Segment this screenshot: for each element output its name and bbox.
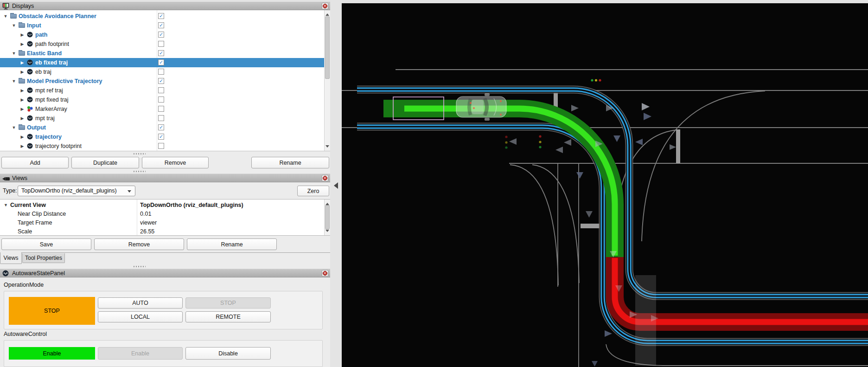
visibility-checkbox[interactable]	[158, 69, 164, 75]
scrollbar-thumb[interactable]	[325, 16, 330, 79]
table-row[interactable]: Scale 26.55	[0, 227, 324, 236]
property-value[interactable]: 26.55	[140, 228, 321, 235]
view-type-dropdown[interactable]: TopDownOrtho (rviz_default_plugins)	[18, 186, 135, 196]
table-row[interactable]: ▼ Current View TopDownOrtho (rviz_defaul…	[0, 201, 324, 210]
visibility-checkbox[interactable]	[158, 87, 164, 93]
collapse-left-icon[interactable]	[334, 182, 338, 189]
display-tree-row[interactable]: ▶trajectory footprint	[0, 142, 324, 151]
3d-scene-canvas[interactable]	[342, 0, 868, 367]
property-value[interactable]: 0.01	[140, 211, 321, 218]
display-tree-row[interactable]: ▶trajectory✓	[0, 132, 324, 142]
visibility-checkbox[interactable]	[158, 97, 164, 103]
visibility-checkbox[interactable]	[158, 106, 164, 112]
remote-button[interactable]: REMOTE	[185, 311, 271, 322]
scroll-up-icon[interactable]	[326, 201, 329, 205]
visibility-checkbox[interactable]	[158, 115, 164, 121]
dock-splitter[interactable]	[330, 0, 342, 367]
disable-button[interactable]: Disable	[185, 347, 271, 360]
folder-icon	[19, 23, 25, 28]
visibility-checkbox[interactable]: ✓	[158, 78, 164, 84]
views-panel-header[interactable]: Views ✕	[0, 174, 330, 182]
render-viewport[interactable]	[342, 0, 868, 367]
tab-views[interactable]: Views	[0, 252, 22, 264]
remove-button[interactable]: Remove	[142, 157, 209, 168]
operation-mode-state-button[interactable]: STOP	[9, 297, 95, 325]
table-row[interactable]: Near Clip Distance 0.01	[0, 210, 324, 219]
rename-view-button[interactable]: Rename	[187, 238, 277, 250]
add-button[interactable]: Add	[1, 157, 69, 168]
display-tree[interactable]: ▼Obstacle Avoidance Planner✓▼Input✓▶path…	[0, 10, 330, 151]
save-button[interactable]: Save	[1, 238, 91, 250]
duplicate-button[interactable]: Duplicate	[71, 157, 139, 168]
visibility-checkbox[interactable]: ✓	[158, 32, 164, 38]
expand-icon[interactable]: ▶	[19, 134, 25, 140]
property-value[interactable]: viewer	[140, 219, 321, 226]
splitter-dots[interactable]	[134, 171, 146, 172]
rename-button[interactable]: Rename	[251, 157, 329, 168]
mirror-right	[485, 118, 490, 121]
expand-icon[interactable]: ▶	[19, 32, 25, 38]
view-properties-table[interactable]: ▼ Current View TopDownOrtho (rviz_defaul…	[0, 199, 330, 236]
display-tree-row[interactable]: ▼Obstacle Avoidance Planner✓	[0, 12, 324, 21]
expand-icon[interactable]: ▶	[19, 143, 25, 149]
expand-icon[interactable]: ▶	[19, 41, 25, 47]
visibility-checkbox[interactable]: ✓	[158, 22, 164, 28]
tab-tool-properties[interactable]: Tool Properties	[22, 253, 65, 263]
display-tree-row[interactable]: ▶mpt traj	[0, 114, 324, 123]
display-tree-row[interactable]: ▼Input✓	[0, 21, 324, 30]
expand-icon[interactable]: ▶	[19, 97, 25, 103]
expand-icon[interactable]: ▶	[19, 59, 25, 66]
scroll-up-icon[interactable]	[326, 12, 329, 16]
display-tree-row[interactable]: ▶eb fixed traj✓	[0, 58, 324, 67]
scroll-down-icon[interactable]	[326, 230, 329, 234]
autoware-state-panel-header[interactable]: AutowareStatePanel ✕	[0, 269, 330, 277]
expand-icon[interactable]: ▶	[19, 69, 25, 75]
display-tree-row[interactable]: ▶path footprint	[0, 39, 324, 49]
display-tree-row[interactable]: ▼Model Predictive Trajectory✓	[0, 77, 324, 86]
table-scrollbar[interactable]	[324, 200, 330, 235]
close-icon[interactable]: ✕	[322, 175, 328, 181]
visibility-checkbox[interactable]: ✓	[158, 13, 164, 19]
expand-icon[interactable]: ▶	[19, 115, 25, 122]
display-tree-row[interactable]: ▶MarkerArray	[0, 104, 324, 114]
display-tree-row[interactable]: ▶mpt ref traj	[0, 86, 324, 95]
local-button[interactable]: LOCAL	[98, 311, 183, 322]
splitter-dots[interactable]	[134, 266, 146, 267]
display-tree-row[interactable]: ▼Output✓	[0, 123, 324, 132]
auto-button[interactable]: AUTO	[98, 297, 183, 309]
expand-icon[interactable]: ▶	[19, 106, 25, 112]
scrollbar-thumb[interactable]	[325, 205, 330, 229]
property-value[interactable]: TopDownOrtho (rviz_default_plugins)	[140, 202, 321, 209]
scroll-down-icon[interactable]	[326, 145, 329, 149]
collapse-icon[interactable]: ▼	[3, 13, 8, 19]
splitter-dots[interactable]	[134, 153, 146, 155]
property-name: Scale	[18, 228, 32, 235]
collapse-icon[interactable]: ▼	[11, 124, 17, 131]
close-icon[interactable]: ✕	[322, 3, 328, 9]
visibility-checkbox[interactable]: ✓	[158, 134, 164, 140]
display-tree-row[interactable]: ▶path✓	[0, 30, 324, 39]
display-tree-row[interactable]: ▶mpt fixed traj	[0, 95, 324, 104]
display-tree-row[interactable]: ▶eb traj	[0, 67, 324, 77]
display-tree-row[interactable]: ▼Elastic Band✓	[0, 49, 324, 58]
collapse-icon[interactable]: ▼	[11, 22, 17, 29]
visibility-checkbox[interactable]	[158, 41, 164, 47]
visibility-checkbox[interactable]: ✓	[158, 124, 164, 130]
collapse-icon[interactable]: ▼	[11, 78, 17, 84]
visibility-checkbox[interactable]	[158, 143, 164, 149]
enable-button[interactable]: Enable	[98, 347, 183, 360]
chevron-down-icon	[128, 190, 131, 194]
visibility-checkbox[interactable]: ✓	[158, 50, 164, 56]
close-icon[interactable]: ✕	[322, 270, 328, 277]
expand-icon[interactable]: ▶	[19, 87, 25, 94]
zero-button[interactable]: Zero	[297, 186, 329, 196]
collapse-icon[interactable]: ▼	[11, 50, 17, 57]
visibility-checkbox[interactable]: ✓	[158, 59, 164, 65]
collapse-icon[interactable]: ▼	[4, 203, 8, 207]
stop-button[interactable]: STOP	[185, 297, 271, 309]
autoware-control-state-button[interactable]: Enable	[9, 347, 95, 360]
displays-panel-header[interactable]: Displays ✕	[0, 1, 330, 10]
table-row[interactable]: Target Frame viewer	[0, 219, 324, 227]
tree-scrollbar[interactable]	[324, 10, 330, 151]
remove-view-button[interactable]: Remove	[94, 238, 184, 250]
